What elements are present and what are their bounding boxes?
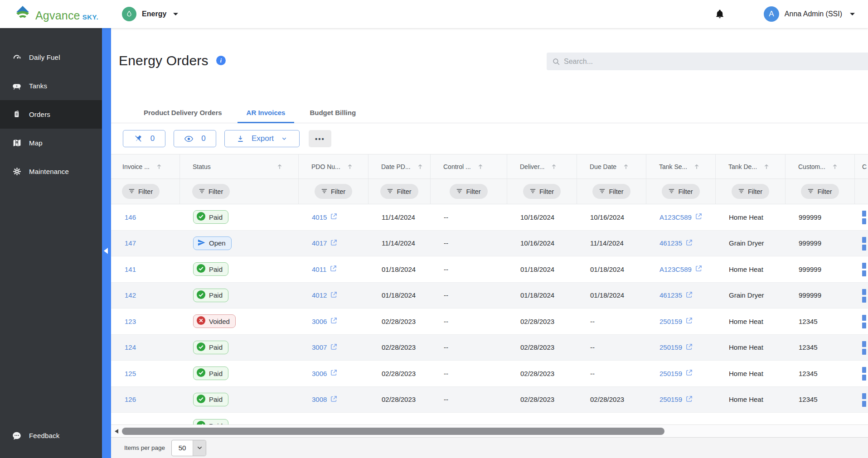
invoice-link[interactable]: 125 (125, 370, 136, 377)
invoice-link[interactable]: 126 (125, 395, 136, 403)
external-link-icon[interactable] (330, 343, 338, 352)
visibility-button[interactable]: 0 (174, 130, 216, 147)
pdo-number-link[interactable]: 3007 (312, 343, 338, 352)
sort-arrow-icon[interactable] (478, 164, 483, 170)
filter-button[interactable]: Filter (380, 184, 418, 199)
sidebar-item-tanks[interactable]: Tanks (0, 72, 102, 100)
invoice-link[interactable]: 142 (125, 291, 136, 299)
info-icon[interactable]: i (216, 56, 226, 65)
column-header-control[interactable]: Control ... (431, 154, 507, 178)
sidebar-footer: Feedback (0, 421, 102, 450)
column-header-tank-se[interactable]: Tank Se... (646, 154, 716, 178)
pdo-number-link[interactable]: 4011 (312, 265, 337, 274)
search-input[interactable] (564, 58, 848, 66)
external-link-icon[interactable] (685, 343, 693, 352)
tank-serial-link[interactable]: 461235 (659, 239, 693, 248)
sidebar-item-orders[interactable]: Orders (0, 100, 102, 129)
filter-button[interactable]: Filter (450, 184, 487, 199)
sort-arrow-icon[interactable] (551, 164, 557, 170)
invoice-link[interactable]: 141 (125, 265, 136, 273)
external-link-icon[interactable] (685, 369, 693, 378)
external-link-icon[interactable] (695, 212, 703, 222)
user-menu[interactable]: A Anna Admin (SSI) (764, 6, 855, 22)
sidebar-item-maintenance[interactable]: Maintenance (0, 157, 102, 186)
tank-serial-link[interactable]: 250159 (659, 395, 693, 404)
filter-button[interactable]: Filter (523, 184, 561, 199)
filter-button[interactable]: Filter (592, 184, 630, 199)
external-link-icon[interactable] (685, 291, 693, 300)
external-link-icon[interactable] (330, 317, 338, 326)
export-button[interactable]: Export (224, 130, 300, 147)
pdo-number-link[interactable]: 4015 (312, 212, 338, 222)
pdo-number-link[interactable]: 3006 (312, 369, 338, 378)
invoice-link[interactable]: 123 (125, 318, 136, 325)
notifications-bell-icon[interactable] (715, 9, 725, 19)
tank-serial-link[interactable]: 250159 (659, 317, 693, 326)
tank-serial-link[interactable]: A123C589 (659, 212, 703, 222)
tab-ar-invoices[interactable]: AR Invoices (238, 102, 295, 123)
external-link-icon[interactable] (330, 395, 338, 404)
sort-arrow-icon[interactable] (623, 164, 629, 170)
filter-button[interactable]: Filter (122, 184, 160, 199)
filter-button[interactable]: Filter (662, 184, 699, 199)
agvance-sky-logo[interactable]: Agvance SKY. (14, 6, 98, 22)
invoice-link[interactable]: 124 (125, 343, 136, 351)
pdo-number-link[interactable]: 4017 (312, 239, 338, 248)
pinned-rows-button[interactable]: 0 (123, 130, 165, 147)
due-date-cell: -- (577, 361, 646, 386)
tank-serial-link[interactable]: 250159 (659, 343, 693, 352)
items-per-page-select[interactable]: 50 (171, 440, 206, 456)
tank-serial-cell: 250159 (646, 309, 716, 334)
tab-product-delivery-orders[interactable]: Product Delivery Orders (135, 102, 231, 123)
column-header-deliver[interactable]: Deliver... (507, 154, 577, 178)
filter-button[interactable]: Filter (192, 184, 230, 199)
invoice-link[interactable]: 147 (125, 239, 136, 247)
status-label: Paid (209, 265, 223, 273)
column-header-tank-de[interactable]: Tank De... (716, 154, 786, 178)
scroll-left-arrow-icon[interactable] (115, 429, 118, 434)
tank-serial-link[interactable]: 250159 (659, 369, 693, 378)
column-header-status[interactable]: Status (180, 154, 299, 178)
sort-arrow-icon[interactable] (832, 164, 838, 170)
sidebar-item-map[interactable]: Map (0, 129, 102, 157)
sidebar-item-daily-fuel[interactable]: Daily Fuel (0, 43, 102, 72)
external-link-icon[interactable] (685, 239, 693, 248)
horizontal-scrollbar[interactable] (111, 424, 868, 437)
external-link-icon[interactable] (330, 212, 338, 222)
external-link-icon[interactable] (330, 239, 338, 248)
sort-arrow-icon[interactable] (417, 164, 423, 170)
sort-arrow-icon[interactable] (156, 164, 162, 170)
filter-button[interactable]: Filter (315, 184, 352, 199)
tab-budget-billing[interactable]: Budget Billing (301, 102, 365, 123)
sidebar-collapse-handle[interactable] (104, 248, 108, 254)
external-link-icon[interactable] (330, 265, 337, 274)
sidebar-item-feedback[interactable]: Feedback (0, 421, 102, 450)
filter-label: Filter (609, 188, 623, 195)
column-header-invoice[interactable]: Invoice ... (111, 154, 180, 178)
column-header-pdo-nu[interactable]: PDO Nu... (299, 154, 369, 178)
external-link-icon[interactable] (685, 395, 693, 404)
more-options-button[interactable]: ••• (309, 130, 331, 147)
tank-serial-link[interactable]: A123C589 (659, 265, 703, 274)
filter-button[interactable]: Filter (732, 184, 769, 199)
external-link-icon[interactable] (330, 291, 338, 300)
sort-arrow-icon[interactable] (694, 164, 699, 170)
pdo-number-link[interactable]: 3006 (312, 317, 338, 326)
column-header-date-pd[interactable]: Date PD... (369, 154, 431, 178)
sort-arrow-icon[interactable] (347, 164, 353, 170)
product-switcher[interactable]: Energy (122, 7, 179, 21)
scrollbar-thumb[interactable] (122, 428, 664, 435)
external-link-icon[interactable] (695, 265, 703, 274)
table-row: 124Paid300702/28/2023--02/28/2023--25015… (111, 335, 868, 361)
column-header-custom[interactable]: Custom... (786, 154, 855, 178)
external-link-icon[interactable] (685, 317, 693, 326)
external-link-icon[interactable] (330, 369, 338, 378)
sort-arrow-icon[interactable] (277, 164, 282, 170)
filter-button[interactable]: Filter (801, 184, 839, 199)
column-header-due-date[interactable]: Due Date (577, 154, 646, 178)
sort-arrow-icon[interactable] (764, 164, 769, 170)
pdo-number-link[interactable]: 4012 (312, 291, 338, 300)
tank-serial-link[interactable]: 461235 (659, 291, 693, 300)
pdo-number-link[interactable]: 3008 (312, 395, 338, 404)
invoice-link[interactable]: 146 (125, 213, 136, 221)
